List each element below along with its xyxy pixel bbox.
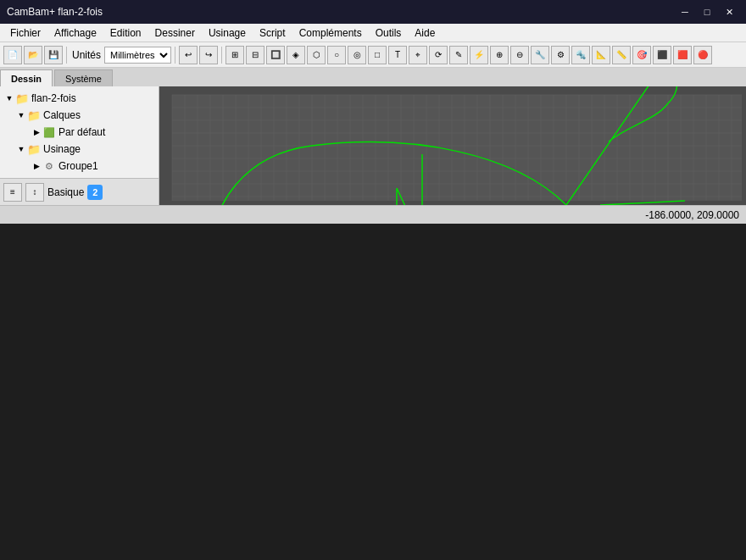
titlebar: CamBam+ flan-2-fois ─ □ ✕ bbox=[0, 0, 746, 24]
tb-icon-2[interactable]: ⊟ bbox=[246, 46, 264, 64]
expander-groupe1[interactable]: ▶ bbox=[31, 160, 42, 172]
expander-calques[interactable]: ▼ bbox=[15, 109, 27, 121]
window-controls: ─ □ ✕ bbox=[675, 3, 739, 20]
tree-item-flan[interactable]: ▼ 📁 flan-2-fois bbox=[0, 90, 159, 107]
undo-button[interactable]: ↩ bbox=[179, 46, 198, 64]
menu-usinage[interactable]: Usinage bbox=[202, 24, 253, 42]
tb-icon-15[interactable]: ⊖ bbox=[510, 46, 529, 64]
tab-systeme[interactable]: Système bbox=[54, 69, 113, 86]
menu-fichier[interactable]: Fichier bbox=[3, 24, 47, 42]
tb-icon-24[interactable]: 🔴 bbox=[693, 46, 712, 64]
tb-icon-16[interactable]: 🔧 bbox=[531, 46, 549, 64]
tb-icon-4[interactable]: ◈ bbox=[287, 46, 305, 64]
tb-icon-5[interactable]: ⬡ bbox=[307, 46, 326, 64]
tab-dessin[interactable]: Dessin bbox=[0, 69, 53, 86]
coordinates: -186.0000, 209.0000 bbox=[645, 209, 739, 221]
tree-label-calques: Calques bbox=[43, 109, 81, 121]
tb-icon-22[interactable]: ⬛ bbox=[653, 46, 671, 64]
tree-item-pardefaut[interactable]: ▶ 🟩 Par défaut bbox=[0, 124, 159, 141]
tree-label-pardefaut: Par défaut bbox=[58, 126, 105, 138]
sidebar: ▼ 📁 flan-2-fois ▼ 📁 Calques ▶ 🟩 Par défa… bbox=[0, 86, 159, 205]
tb-icon-10[interactable]: ⌖ bbox=[409, 46, 427, 64]
tb-icon-20[interactable]: 📏 bbox=[612, 46, 631, 64]
tree-label-flan: flan-2-fois bbox=[31, 92, 76, 104]
canvas-area[interactable] bbox=[159, 86, 746, 205]
tree-item-groupe1[interactable]: ▶ ⚙ Groupe1 bbox=[0, 158, 159, 175]
tb-icon-3[interactable]: 🔲 bbox=[266, 46, 285, 64]
new-button[interactable]: 📄 bbox=[3, 46, 22, 64]
content-area: ▼ 📁 flan-2-fois ▼ 📁 Calques ▶ 🟩 Par défa… bbox=[0, 86, 746, 205]
tb-icon-8[interactable]: □ bbox=[368, 46, 387, 64]
tb-icon-11[interactable]: ⟳ bbox=[429, 46, 448, 64]
tb-icon-6[interactable]: ○ bbox=[327, 46, 346, 64]
tb-icon-13[interactable]: ⚡ bbox=[470, 46, 488, 64]
window-title: CamBam+ flan-2-fois bbox=[7, 6, 675, 18]
menu-affichage[interactable]: Affichage bbox=[47, 24, 103, 42]
tree-panel: ▼ 📁 flan-2-fois ▼ 📁 Calques ▶ 🟩 Par défa… bbox=[0, 86, 159, 178]
menu-complements[interactable]: Compléments bbox=[292, 24, 369, 42]
sidebar-bottom: ≡ ↕ Basique 2 bbox=[0, 178, 159, 205]
close-button[interactable]: ✕ bbox=[719, 3, 739, 20]
menu-outils[interactable]: Outils bbox=[369, 24, 409, 42]
menu-dessiner[interactable]: Dessiner bbox=[148, 24, 202, 42]
tree-item-calques[interactable]: ▼ 📁 Calques bbox=[0, 107, 159, 124]
sb-list-button[interactable]: ≡ bbox=[3, 183, 22, 202]
tree-label-groupe1: Groupe1 bbox=[58, 160, 98, 172]
tb-icon-1[interactable]: ⊞ bbox=[225, 46, 244, 64]
menubar: Fichier Affichage Edition Dessiner Usina… bbox=[0, 24, 746, 42]
redo-button[interactable]: ↪ bbox=[199, 46, 218, 64]
tab-row: Dessin Système bbox=[0, 68, 746, 86]
tree-label-usinage: Usinage bbox=[43, 143, 81, 155]
expander-usinage[interactable]: ▼ bbox=[15, 143, 27, 155]
open-button[interactable]: 📂 bbox=[24, 46, 42, 64]
folder-icon-calques: 📁 bbox=[27, 108, 41, 122]
badge: 2 bbox=[87, 185, 103, 200]
tb-icon-14[interactable]: ⊕ bbox=[490, 46, 509, 64]
tree-item-usinage[interactable]: ▼ 📁 Usinage bbox=[0, 141, 159, 158]
expander-pardefaut[interactable]: ▶ bbox=[31, 126, 42, 138]
tb-icon-9[interactable]: T bbox=[388, 46, 407, 64]
folder-icon-usinage: 📁 bbox=[27, 142, 41, 156]
toolbar: 📄 📂 💾 Unités Millimètres Pouces ↩ ↪ ⊞ ⊟ … bbox=[0, 42, 746, 68]
tb-icon-18[interactable]: 🔩 bbox=[571, 46, 590, 64]
basique-label: Basique bbox=[47, 186, 84, 198]
expander-flan[interactable]: ▼ bbox=[3, 92, 15, 104]
sb-sort-button[interactable]: ↕ bbox=[25, 183, 44, 202]
menu-edition[interactable]: Edition bbox=[103, 24, 148, 42]
menu-script[interactable]: Script bbox=[253, 24, 292, 42]
drawing-canvas[interactable] bbox=[159, 86, 746, 205]
tb-icon-17[interactable]: ⚙ bbox=[551, 46, 570, 64]
units-select[interactable]: Millimètres Pouces bbox=[104, 47, 171, 64]
tb-icon-12[interactable]: ✎ bbox=[449, 46, 468, 64]
sep1 bbox=[66, 47, 67, 64]
minimize-button[interactable]: ─ bbox=[675, 3, 695, 20]
save-button[interactable]: 💾 bbox=[44, 46, 63, 64]
maximize-button[interactable]: □ bbox=[697, 3, 717, 20]
sep3 bbox=[221, 47, 222, 64]
layer-icon-pardefaut: 🟩 bbox=[42, 125, 56, 139]
sep2 bbox=[175, 47, 175, 64]
statusbar: -186.0000, 209.0000 bbox=[0, 205, 746, 224]
tb-icon-21[interactable]: 🎯 bbox=[632, 46, 651, 64]
folder-icon-flan: 📁 bbox=[15, 91, 29, 105]
tb-icon-19[interactable]: 📐 bbox=[592, 46, 610, 64]
tb-icon-23[interactable]: 🟥 bbox=[673, 46, 692, 64]
menu-aide[interactable]: Aide bbox=[408, 24, 442, 42]
tb-icon-7[interactable]: ◎ bbox=[348, 46, 366, 64]
gear-icon-groupe1: ⚙ bbox=[42, 159, 56, 173]
units-label: Unités bbox=[72, 49, 101, 61]
